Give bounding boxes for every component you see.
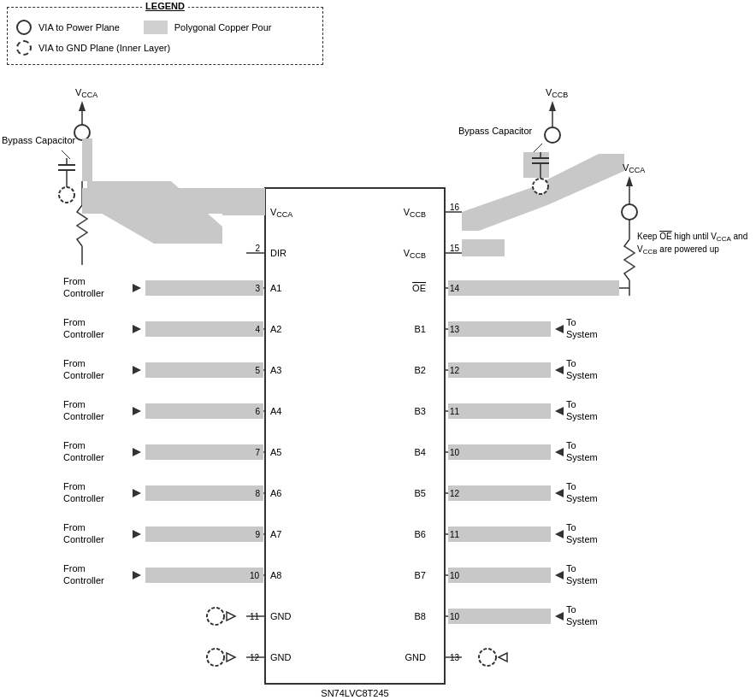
vcca-left-label: VCCA: [75, 87, 97, 99]
arrow-b2: [555, 366, 564, 374]
pinR11-label: B3: [415, 406, 426, 416]
pin16-num: 16: [450, 203, 460, 212]
pin13-num: 13: [450, 325, 460, 334]
copper-pour-cap-right: [523, 152, 549, 178]
keep-oe-line2: VCCB are powered up: [637, 244, 719, 256]
pinR11b-num: 11: [450, 530, 460, 539]
to-sys-b3b: System: [566, 411, 598, 421]
from-ctrl-a5b: Controller: [63, 452, 104, 462]
pin3-label: A1: [270, 283, 281, 293]
pinR10-num: 10: [450, 448, 460, 457]
bypass-arrow-left: [62, 150, 70, 159]
from-ctrl-a1b: Controller: [63, 288, 104, 298]
trace-b1: [448, 321, 551, 337]
gnd-arrow-12: [227, 653, 235, 662]
trace-a4: [145, 403, 263, 419]
pinR13-num: 13: [450, 653, 460, 662]
trace-a7: [145, 526, 263, 542]
bypass-arrow-right: [534, 144, 542, 152]
pinR10c-label: B8: [415, 611, 426, 621]
arrow-b7: [555, 571, 564, 579]
to-sys-b4b: System: [566, 452, 598, 462]
pinR10c-num: 10: [450, 612, 460, 621]
copper-trace-vcca-left-down: [82, 138, 92, 181]
to-sys-b5: To: [566, 481, 576, 491]
pin11-num: 11: [250, 612, 260, 621]
pinR12b-num: 12: [450, 489, 460, 498]
trace-b6: [448, 526, 551, 542]
pin5-label: A3: [270, 365, 281, 375]
via-gnd-pin13: [479, 649, 496, 666]
to-sys-b7: To: [566, 563, 576, 574]
pin14-num: 14: [450, 284, 460, 293]
pin7-num: 7: [255, 448, 260, 457]
trace-a6: [145, 485, 263, 501]
arrow-a6: [133, 489, 141, 497]
via-gnd-left: [59, 187, 74, 203]
arrow-b8: [555, 612, 564, 621]
to-sys-b1: To: [566, 317, 576, 327]
from-ctrl-a5: From: [63, 440, 86, 450]
pin4-num: 4: [255, 325, 260, 334]
to-sys-b2: To: [566, 358, 576, 368]
pinR10b-num: 10: [450, 571, 460, 580]
pinR10b-label: B7: [415, 570, 426, 580]
keep-oe-line1: Keep OE high until VCCA and: [637, 232, 747, 243]
trace-b2: [448, 362, 551, 378]
gnd-arrow-13: [499, 653, 507, 662]
pin6-num: 6: [255, 407, 260, 416]
bypass-cap-left-label: Bypass Capacitor: [2, 135, 76, 145]
trace-a5: [145, 444, 263, 460]
from-ctrl-a6: From: [63, 481, 86, 491]
vccb-top-label: VCCB: [546, 87, 568, 99]
trace-a3: [145, 362, 263, 378]
arrow-a8: [133, 571, 141, 579]
from-ctrl-a7b: Controller: [63, 534, 104, 544]
arrow-a4: [133, 407, 141, 415]
pin10-label: A8: [270, 570, 281, 580]
pinR11-num: 11: [450, 407, 460, 416]
pinR12-label: B2: [415, 365, 426, 375]
to-sys-b6: To: [566, 522, 576, 532]
ic-name-label: SN74LVC8T245: [321, 688, 388, 698]
pinR10-label: B4: [415, 447, 426, 457]
pin4-label: A2: [270, 324, 281, 334]
to-sys-b2b: System: [566, 370, 598, 380]
to-sys-b8: To: [566, 604, 576, 615]
vcca-left-arrow: [79, 101, 86, 111]
schematic-svg: VCCA Bypass Capacitor: [0, 0, 756, 700]
from-ctrl-a7: From: [63, 522, 86, 532]
arrow-a7: [133, 530, 141, 538]
to-sys-b8b: System: [566, 616, 598, 626]
via-gnd-pin12: [207, 649, 224, 666]
pinR11b-label: B6: [415, 529, 426, 539]
arrow-b5: [555, 489, 564, 497]
trace-b5: [448, 485, 551, 501]
pin12-num: 12: [250, 653, 260, 662]
to-sys-b3: To: [566, 399, 576, 409]
pinR12-num: 12: [450, 366, 460, 375]
pin8-label: A6: [270, 488, 281, 498]
pinR13-label: GND: [405, 652, 427, 662]
trace-vcca-vert: [222, 188, 265, 215]
arrow-a2: [133, 325, 141, 333]
pin5-num: 5: [255, 366, 260, 375]
gnd-arrow-11: [227, 612, 235, 621]
pin8-num: 8: [255, 489, 260, 498]
schematic-page: LEGEND VIA to Power Plane Polygonal Copp…: [0, 0, 756, 700]
to-sys-b1b: System: [566, 329, 598, 339]
via-gnd-pin11: [207, 608, 224, 625]
from-ctrl-a6b: Controller: [63, 493, 104, 503]
ic-body: [265, 188, 445, 684]
trace-b3: [448, 403, 551, 419]
trace-a2: [145, 321, 263, 337]
from-ctrl-a3b: Controller: [63, 370, 104, 380]
vccb-arrow-up: [549, 101, 556, 111]
pin6-label: A4: [270, 406, 281, 416]
pin7-label: A5: [270, 447, 281, 457]
trace-a1: [145, 280, 263, 296]
pin3-num: 3: [255, 284, 260, 293]
from-ctrl-a3: From: [63, 358, 86, 368]
pin12-label: GND: [270, 652, 292, 662]
pin2-num: 2: [255, 244, 260, 253]
